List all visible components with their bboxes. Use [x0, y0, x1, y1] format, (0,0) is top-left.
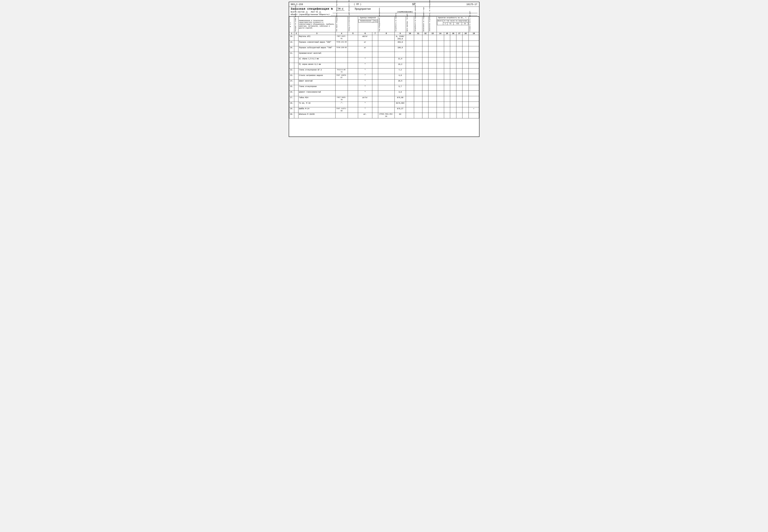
cell-7-17 — [463, 74, 469, 80]
cell-10-14 — [444, 91, 450, 96]
th-desc: Наименование и техническая характеристик… — [298, 17, 335, 32]
th-pos: Позиции по схеме места установки — [294, 17, 298, 32]
cell-12-14 — [444, 102, 450, 107]
cell-14-7: СТП30.7851-052-06 — [378, 113, 395, 118]
top-bar: 903-I-159 ( ХП ) 17 16175-17 — [289, 2, 479, 7]
cell-4-4 — [348, 57, 358, 63]
cell-5-18 — [469, 63, 479, 68]
cell-0-3: ГОСТ 6137-61 — [335, 35, 348, 41]
cell-4-16 — [456, 57, 463, 63]
table-row: 27.Гайка М24ГОСТ 5915-70шт/кг8/0,88 — [289, 96, 479, 102]
cell-2-11 — [422, 46, 429, 52]
cell-4-9 — [406, 57, 414, 63]
cell-14-14 — [444, 113, 450, 118]
cell-12-8: 82/0,984 — [395, 102, 406, 107]
cell-5-10 — [414, 63, 423, 68]
cell-13-9 — [406, 107, 414, 113]
cell-2-15 — [450, 46, 457, 52]
cell-8-4 — [348, 80, 358, 85]
cell-13-17 — [463, 107, 469, 113]
cell-1-4 — [348, 41, 358, 46]
cell-10-15 — [450, 91, 457, 96]
cell-1-2: Порошок совелитовый марки "400" — [298, 41, 335, 46]
th-num: № п.п. — [289, 17, 294, 32]
cell-4-18 — [469, 57, 479, 63]
cell-12-3: -"- — [335, 102, 348, 107]
cell-7-0: 23. — [289, 74, 294, 80]
cell-0-2: Мертель ШТ2 — [298, 35, 335, 41]
cell-12-15 — [450, 102, 457, 107]
cell-14-2: Шпилька М 10х50 — [298, 113, 335, 118]
cell-13-10 — [414, 107, 423, 113]
table-row: 21.Хромомагнезит молотый: — [289, 52, 479, 57]
cell-5-9 — [406, 63, 414, 68]
table-row: 29.Шайба М-24ГОСТ 11371-68"8/0,27• — [289, 107, 479, 113]
cell-7-11 — [422, 74, 429, 80]
cell-3-12 — [429, 52, 437, 57]
cell-6-7 — [378, 68, 395, 74]
cn-3: 3 — [298, 32, 335, 35]
cell-5-7 — [378, 63, 395, 68]
cell-3-8 — [395, 52, 406, 57]
cell-8-9 — [406, 80, 414, 85]
cell-2-17 — [463, 46, 469, 52]
cell-14-5: шт. — [358, 113, 372, 118]
cell-3-1 — [294, 52, 298, 57]
cell-8-11 — [422, 80, 429, 85]
cell-8-3 — [335, 80, 348, 85]
cell-8-2: Шамот молотый — [298, 80, 335, 85]
cell-7-10 — [414, 74, 423, 80]
cell-1-9 — [406, 41, 414, 46]
cn-8: 8 — [378, 32, 395, 35]
cell-4-13 — [437, 57, 444, 63]
cn-4: 4 — [335, 32, 348, 35]
cell-6-3: ТУ14-8-48-72 — [335, 68, 348, 74]
cell-0-6 — [372, 35, 378, 41]
cell-12-5: " — [358, 102, 372, 107]
cell-0-17 — [463, 35, 469, 41]
cell-1-0: 19. — [289, 41, 294, 46]
cell-5-8: 19,2 — [395, 63, 406, 68]
cell-6-9 — [406, 68, 414, 74]
cell-10-17 — [463, 91, 469, 96]
cell-8-14 — [444, 80, 450, 85]
table-row: 28.То же, М 10-"-"82/0,984 — [289, 102, 479, 107]
obj-val — [331, 14, 478, 16]
cell-4-7 — [378, 57, 395, 63]
cell-7-4 — [348, 74, 358, 80]
th-potr2: Потребность на пусковой комплекс — [414, 17, 423, 32]
cell-8-8: 28,5 — [395, 80, 406, 85]
cell-12-17 — [463, 102, 469, 107]
cell-1-16 — [456, 41, 463, 46]
cell-2-16 — [456, 46, 463, 52]
cell-9-15 — [450, 85, 457, 91]
cell-4-3 — [335, 57, 348, 63]
cell-4-12 — [429, 57, 437, 63]
cell-6-10 — [414, 68, 423, 74]
cell-4-10 — [414, 57, 423, 63]
cell-11-7 — [378, 96, 395, 102]
cell-4-15 — [450, 57, 457, 63]
header-row1: Заказная спецификация № ТМ-4 Предприятие — [291, 7, 478, 11]
cell-0-14 — [444, 35, 450, 41]
col-numbers-row: 1 2 3 4 5 6 7 8 9 10 11 12 13 14 15 16 1… — [289, 32, 479, 35]
cell-14-16 — [456, 113, 463, 118]
cell-1-8: 403,0 — [395, 41, 406, 46]
cell-14-1 — [294, 113, 298, 118]
cell-7-1 — [294, 74, 298, 80]
cell-5-14 — [444, 63, 450, 68]
cell-2-13 — [437, 46, 444, 52]
naim-label: (НАИМЕНОВАНИЕ) — [333, 11, 478, 13]
cell-6-13 — [437, 68, 444, 74]
cell-12-2: То же, М 10 — [298, 102, 335, 107]
cell-10-0: 26. — [289, 91, 294, 96]
cell-10-18 — [469, 91, 479, 96]
cell-11-1 — [294, 96, 298, 102]
cell-3-13 — [437, 52, 444, 57]
cell-14-15 — [450, 113, 457, 118]
cell-5-2: б) зерна менее 0,2 мм — [298, 63, 335, 68]
cell-5-17 — [463, 63, 469, 68]
reg-number: 16175-17 — [467, 3, 477, 6]
cell-4-0 — [289, 57, 294, 63]
cell-9-18 — [469, 85, 479, 91]
